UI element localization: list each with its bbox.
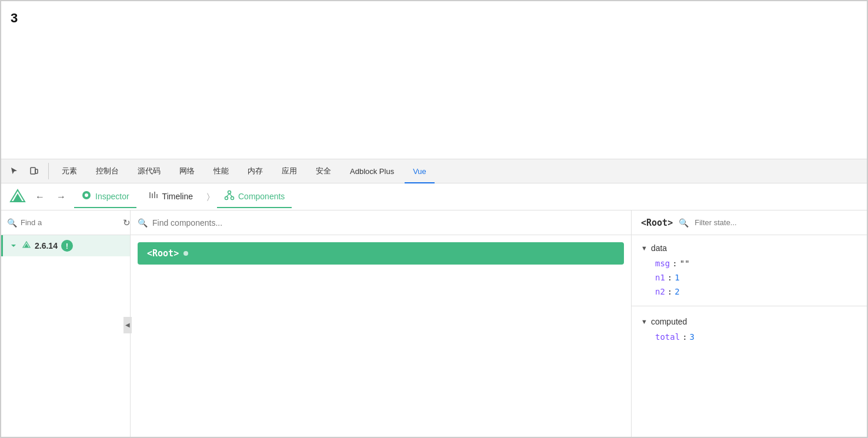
root-component-item[interactable]: <Root> bbox=[138, 242, 624, 265]
top-area bbox=[1, 1, 867, 159]
tab-performance[interactable]: 性能 bbox=[205, 159, 237, 183]
tab-components[interactable]: Components bbox=[217, 186, 292, 208]
state-row-n1: n1 : 1 bbox=[641, 270, 857, 285]
svg-rect-1 bbox=[35, 169, 38, 173]
inspector-icon bbox=[81, 190, 92, 203]
tab-memory[interactable]: 内存 bbox=[239, 159, 271, 183]
vue-content: 🔍 ↻ 2.6.14 ! ◀ 🔍 bbox=[1, 210, 867, 438]
svg-marker-15 bbox=[11, 245, 16, 247]
state-data-section: ▼ data msg : "" n1 : 1 n2 : 2 bbox=[632, 235, 867, 303]
state-root-tag: <Root> bbox=[641, 218, 673, 228]
sidebar-search-bar: 🔍 ↻ bbox=[1, 210, 130, 235]
state-key-total: total bbox=[655, 332, 680, 342]
tab-components-label: Components bbox=[238, 192, 285, 201]
svg-line-14 bbox=[229, 194, 232, 197]
svg-rect-6 bbox=[149, 192, 151, 198]
state-panel: <Root> 🔍 ▼ data msg : "" n1 : 1 bbox=[632, 210, 867, 438]
tab-timeline[interactable]: Timeline bbox=[141, 186, 200, 208]
tab-application[interactable]: 应用 bbox=[273, 159, 305, 183]
svg-rect-9 bbox=[156, 194, 158, 198]
state-colon-3: : bbox=[667, 287, 672, 296]
expand-icon bbox=[9, 241, 18, 250]
data-section-title[interactable]: ▼ data bbox=[641, 240, 857, 256]
svg-rect-0 bbox=[31, 168, 35, 174]
sidebar-collapse-button[interactable]: ◀ bbox=[123, 317, 132, 333]
tab-network[interactable]: 网络 bbox=[171, 159, 203, 183]
svg-line-13 bbox=[226, 194, 229, 197]
refresh-button[interactable]: ↻ bbox=[123, 215, 131, 230]
state-key-n2: n2 bbox=[655, 287, 665, 296]
forward-button[interactable]: → bbox=[53, 189, 69, 205]
svg-rect-8 bbox=[154, 192, 155, 198]
state-colon-4: : bbox=[682, 332, 687, 342]
tab-adblock[interactable]: Adblock Plus bbox=[342, 159, 402, 183]
state-key-msg: msg bbox=[655, 259, 670, 268]
state-header: <Root> 🔍 bbox=[632, 210, 867, 235]
toolbar-icon-group bbox=[6, 163, 49, 179]
tab-security[interactable]: 安全 bbox=[308, 159, 339, 183]
state-value-n2: 2 bbox=[675, 287, 679, 296]
vue-panel: ← → Inspector Timeline bbox=[1, 183, 867, 438]
app-warning-badge: ! bbox=[61, 240, 73, 252]
state-colon-1: : bbox=[672, 259, 677, 268]
computed-section-label: computed bbox=[651, 317, 687, 326]
state-value-total: 3 bbox=[690, 332, 695, 342]
svg-rect-7 bbox=[152, 193, 153, 198]
data-section-label: data bbox=[651, 243, 667, 253]
state-colon-2: : bbox=[667, 273, 672, 282]
component-tree-area: 🔍 <Root> bbox=[131, 210, 632, 438]
app-version-label: 2.6.14 bbox=[35, 241, 58, 250]
state-filter-icon: 🔍 bbox=[679, 218, 689, 228]
sidebar-search-icon: 🔍 bbox=[7, 218, 17, 228]
component-search-input[interactable] bbox=[152, 218, 624, 228]
tab-inspector-label: Inspector bbox=[95, 192, 129, 201]
back-button[interactable]: ← bbox=[32, 189, 48, 205]
timeline-icon bbox=[148, 190, 159, 203]
page-number: 3 bbox=[11, 11, 18, 26]
tab-elements[interactable]: 元素 bbox=[54, 159, 85, 183]
vue-toolbar: ← → Inspector Timeline bbox=[1, 183, 867, 210]
vue-logo bbox=[8, 188, 27, 206]
sidebar: 🔍 ↻ 2.6.14 ! ◀ bbox=[1, 210, 131, 438]
state-row-msg: msg : "" bbox=[641, 256, 857, 270]
root-component-label: <Root> bbox=[147, 248, 179, 259]
svg-point-10 bbox=[228, 191, 231, 194]
state-key-n1: n1 bbox=[655, 273, 665, 282]
svg-point-12 bbox=[231, 197, 233, 200]
sidebar-search-input[interactable] bbox=[21, 218, 119, 227]
state-row-total: total : 3 bbox=[641, 330, 857, 344]
chevron-icon: 〉 bbox=[205, 192, 212, 202]
vue-mini-logo bbox=[22, 241, 31, 250]
computed-section-arrow: ▼ bbox=[641, 318, 647, 325]
svg-point-11 bbox=[225, 197, 228, 200]
component-search-icon: 🔍 bbox=[138, 218, 148, 228]
state-value-msg: "" bbox=[680, 259, 690, 268]
state-row-n2: n2 : 2 bbox=[641, 285, 857, 299]
component-search-bar: 🔍 bbox=[131, 210, 631, 235]
components-icon bbox=[224, 190, 235, 203]
svg-point-5 bbox=[85, 193, 88, 197]
tab-inspector[interactable]: Inspector bbox=[74, 186, 136, 208]
tab-console[interactable]: 控制台 bbox=[88, 159, 127, 183]
data-section-arrow: ▼ bbox=[641, 245, 647, 252]
section-divider bbox=[632, 306, 867, 306]
state-value-n1: 1 bbox=[675, 273, 679, 282]
devtools-toolbar: 元素 控制台 源代码 网络 性能 内存 应用 安全 Adblock Plus V… bbox=[1, 159, 867, 183]
device-icon[interactable] bbox=[26, 163, 42, 179]
state-filter-input[interactable] bbox=[695, 218, 857, 227]
state-computed-section: ▼ computed total : 3 bbox=[632, 309, 867, 349]
tab-timeline-label: Timeline bbox=[162, 192, 193, 201]
app-item[interactable]: 2.6.14 ! bbox=[1, 235, 130, 256]
tab-sources[interactable]: 源代码 bbox=[129, 159, 169, 183]
root-dot-indicator bbox=[183, 251, 188, 256]
cursor-icon[interactable] bbox=[6, 163, 22, 179]
tab-vue[interactable]: Vue bbox=[405, 159, 435, 183]
computed-section-title[interactable]: ▼ computed bbox=[641, 313, 857, 330]
